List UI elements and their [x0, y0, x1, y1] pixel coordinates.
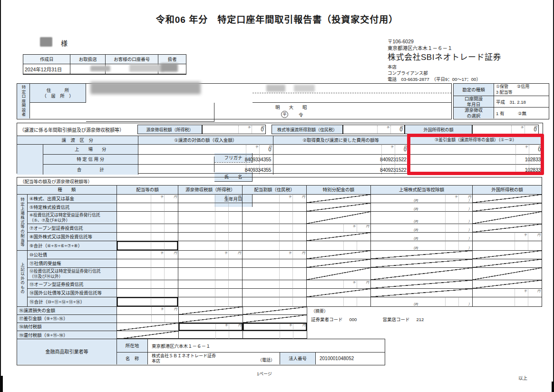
spacer-cell	[17, 165, 43, 175]
sen-mark: 千	[224, 194, 228, 199]
amount-cell	[243, 224, 307, 233]
slash-cell	[371, 289, 473, 297]
resident-tax-value: 千円0	[343, 125, 405, 134]
amount-cell: 8409334355	[138, 155, 273, 165]
sen-mark: 千	[160, 250, 164, 255]
sen-mark: 千	[387, 125, 390, 129]
amount-cell	[243, 241, 307, 251]
slash-cell	[473, 212, 542, 224]
amount-cell	[307, 297, 371, 307]
yen-mark: 円	[302, 250, 305, 255]
corp-no-value: 2010001048052	[316, 353, 385, 364]
summary-label: （摘要）	[311, 308, 539, 314]
amount-cell: 千円	[307, 224, 371, 233]
slash-cell	[473, 251, 542, 259]
scan-corner-bl	[0, 376, 3, 392]
recipient-honorific: 様	[61, 38, 68, 48]
holder-section-label: 特定口座開設者	[17, 84, 30, 118]
company-branch: 本店	[388, 64, 501, 70]
amount-cell	[117, 297, 179, 307]
birth-era-selected: 平	[281, 111, 288, 118]
slash-cell	[307, 251, 371, 259]
row-label: ⑭国外公社債等又は国外投資信託等	[28, 289, 117, 297]
row-label: 上 場 分	[43, 145, 138, 155]
page-number: 1ページ	[257, 371, 272, 377]
amount-cell	[473, 297, 542, 307]
dividend-header: 上場株式配当等控除額	[371, 186, 473, 195]
page-title: 令和06 年分 特定口座年間取引報告書（投資家交付用）	[0, 12, 554, 25]
yen-mark: 円	[174, 194, 176, 199]
yen-mark: 円	[366, 224, 369, 228]
row-label: ⑦オープン型証券投資信託	[28, 224, 117, 233]
amount-cell	[307, 241, 371, 251]
holder-address-redacted	[90, 82, 201, 94]
sen-mark: 千	[390, 144, 394, 149]
uchi-mark: （内	[411, 236, 418, 241]
birth-era-last: 令	[299, 111, 303, 118]
address-label: 住 所 （ 居 所 ）	[30, 84, 86, 103]
office-code-label: 営業店コード	[382, 316, 409, 323]
slash-cell	[117, 323, 179, 331]
red-highlight-annotation	[407, 134, 544, 175]
row-label: 特 定 信 用 分	[43, 155, 138, 165]
amount-cell: （内）	[371, 233, 473, 241]
amount-cell	[117, 212, 179, 224]
account-type-label: 勘定の種類	[454, 84, 494, 96]
slash-cell	[307, 289, 371, 297]
uchi-close-mark: ）	[468, 198, 472, 203]
group-label-listed: 特定上場株式等の配当等	[17, 195, 28, 251]
sen-mark: 千	[455, 194, 458, 199]
row-label: ⑩公社債	[28, 251, 117, 259]
slash-cell	[371, 268, 473, 280]
uchi-mark: （内	[411, 198, 418, 203]
row-label: ⑲還付税額（⑨+⑮-⑱）	[17, 331, 117, 339]
dividend-total-row: ⑨合計（④+⑤+⑥+⑦+⑧） （内）	[28, 241, 542, 251]
row-label: ⑱納付税額	[17, 323, 117, 331]
scan-edge-left	[0, 0, 1, 392]
amount-cell	[243, 259, 307, 268]
broker-code-label: 証券業者コード	[311, 316, 343, 323]
transfer-caption: （譲渡に係る年間取引損益及び源泉徴収税額等）	[17, 126, 137, 133]
amount-cell	[243, 289, 307, 297]
yen-mark: 円	[302, 194, 305, 199]
amount-cell	[117, 259, 179, 268]
row-label: ⑥投資信託又は特定受益証券発行信託 （⑤、⑦及び⑧以外）	[28, 212, 117, 224]
dividend-header: 配当等の額	[117, 186, 179, 195]
amount-cell: 千円	[117, 251, 179, 259]
uchi-mark: （内	[411, 227, 418, 232]
amount-cell	[117, 315, 179, 323]
broker-code-value: 000	[350, 317, 357, 322]
sen-mark: 千	[160, 194, 164, 199]
dividend-total-row: ⑮合計（⑩+⑪+⑫+⑬+⑭） （内）	[28, 297, 542, 307]
yen-mark: 円	[537, 288, 540, 293]
yen-mark: 円	[174, 250, 176, 255]
open-date-label: 口座開設 年月日	[454, 96, 494, 108]
name-value	[253, 93, 451, 103]
uchi-mark: （内	[411, 206, 418, 211]
amount-cell: 千円	[473, 233, 542, 241]
company-postal: 〒106-6029	[388, 38, 501, 45]
resident-tax-label: 株式等譲渡所得割額（住民税）	[272, 125, 343, 134]
sen-mark: 千	[225, 323, 228, 327]
col-header: お取扱店	[70, 55, 106, 64]
slash-cell	[307, 212, 371, 224]
uchi-close-mark: ）	[468, 206, 472, 211]
corp-no-label: 法人番号	[280, 353, 316, 364]
slash-cell	[473, 259, 542, 268]
yen-mark: 円	[238, 250, 241, 255]
dividend-row: ⑭国外公社債等又は国外投資信託等 千円	[28, 289, 542, 297]
slash-cell	[243, 315, 307, 323]
col-header: お客様の口座番号	[106, 55, 158, 64]
yen-mark: 円	[174, 306, 177, 311]
amount-cell: 8409231522	[273, 155, 408, 165]
office-code-value: 212	[416, 317, 424, 322]
yen-mark: 円	[302, 323, 305, 327]
holder-box: 特定口座開設者 住 所 （ 居 所 ） 前回提出時の 住所又は居所 フリガナ 氏…	[17, 83, 452, 119]
amount-cell	[178, 297, 243, 307]
dealer-name-value: 株式会社ＳＢＩネオトレード証券 本店 （電話）	[148, 353, 280, 364]
dealer-label: 金融商品取引業者等	[17, 339, 117, 364]
scan-corner-br	[552, 382, 554, 392]
transfer-header-category: 譲 渡 区 分	[17, 136, 138, 145]
yen-mark: 円	[269, 144, 272, 149]
company-department: コンプライアンス部	[388, 70, 501, 77]
